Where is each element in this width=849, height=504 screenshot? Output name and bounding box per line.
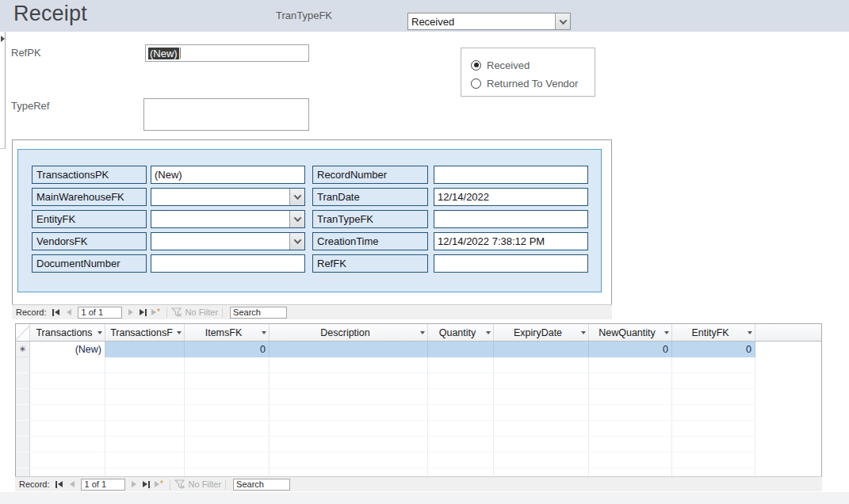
filter-arrow-icon — [177, 331, 182, 334]
new-record-selector[interactable]: ✳ — [16, 342, 30, 357]
chevron-down-icon — [293, 236, 301, 244]
separator — [222, 307, 223, 318]
new-record-button[interactable]: * — [150, 307, 163, 318]
last-record-button[interactable] — [140, 479, 153, 490]
field-entityfk[interactable] — [151, 210, 305, 228]
filter-funnel-icon — [174, 479, 185, 490]
record-label: Record: — [19, 479, 50, 489]
record-label: Record: — [16, 307, 47, 317]
datasheet-empty-row[interactable] — [16, 389, 821, 405]
datasheet-cell-entityfk[interactable]: 0 — [672, 342, 755, 357]
field-recordnumber[interactable] — [434, 166, 588, 184]
datasheet-new-record-row[interactable]: ✳(New)000 — [16, 342, 821, 357]
column-header-description[interactable]: Description — [270, 324, 428, 341]
datasheet-empty-row[interactable] — [16, 357, 821, 373]
datasheet-empty-row[interactable] — [16, 437, 821, 452]
row-selector[interactable] — [16, 357, 30, 373]
radio-button-icon[interactable] — [471, 78, 481, 89]
trantypefk-combobox[interactable]: Received — [407, 13, 571, 30]
datasheet-empty-row[interactable] — [16, 405, 821, 421]
new-record-star-icon: * — [160, 480, 163, 488]
dropdown-button[interactable] — [289, 189, 304, 205]
datasheet-cell-transactionsf[interactable] — [105, 342, 185, 357]
refpk-field[interactable]: (New) — [145, 44, 309, 62]
next-record-button[interactable] — [128, 479, 140, 490]
next-record-button[interactable] — [124, 307, 137, 318]
datasheet-cell-itemsfk[interactable]: 0 — [185, 342, 270, 357]
field-trandate[interactable]: 12/14/2022 — [434, 188, 588, 206]
previous-record-button[interactable] — [66, 479, 78, 490]
datasheet-empty-row[interactable] — [16, 452, 821, 468]
row-selector[interactable] — [16, 405, 30, 421]
column-header-entityfk[interactable]: EntityFK — [672, 324, 755, 341]
filter-arrow-icon — [664, 331, 669, 334]
field-value: (New) — [151, 169, 304, 181]
dropdown-button[interactable] — [289, 233, 304, 250]
datasheet-empty-row[interactable] — [16, 421, 821, 437]
select-all-corner[interactable] — [16, 324, 30, 341]
filter-arrow-icon — [262, 331, 266, 334]
dropdown-button[interactable] — [289, 211, 304, 227]
typeref-field[interactable] — [143, 98, 309, 131]
field-label-trantypefk: TranTypeFK — [312, 210, 428, 228]
datasheet-record-navigator: Record:1 of 1*No Filter — [15, 476, 822, 491]
field-mainwarehousefk[interactable] — [151, 188, 305, 206]
record-selector-strip[interactable] — [0, 32, 6, 149]
field-label-documentnumber: DocumentNumber — [32, 254, 147, 273]
field-creationtime[interactable]: 12/14/2022 7:38:12 PM — [434, 232, 588, 250]
separator — [166, 307, 167, 318]
no-filter-label: No Filter — [189, 479, 222, 489]
field-trantypefk[interactable] — [434, 210, 588, 228]
row-selector[interactable] — [16, 437, 30, 452]
filter-arrow-icon — [581, 331, 586, 334]
column-header-label: NewQuantity — [599, 327, 656, 338]
search-input[interactable] — [233, 479, 290, 491]
column-header-quantity[interactable]: Quantity — [428, 324, 494, 341]
row-selector[interactable] — [16, 421, 30, 437]
field-documentnumber[interactable] — [151, 254, 305, 273]
new-record-button[interactable]: * — [153, 479, 166, 490]
field-vendorsfk[interactable] — [151, 232, 305, 250]
page-title: Receipt — [13, 2, 87, 26]
first-record-button[interactable] — [50, 307, 63, 318]
column-header-transactions[interactable]: Transactions — [30, 324, 105, 341]
datasheet-empty-row[interactable] — [16, 373, 821, 389]
first-record-button[interactable] — [53, 479, 66, 490]
field-transactionspk[interactable]: (New) — [151, 166, 305, 184]
column-header-label: ExpiryDate — [514, 327, 562, 338]
filter-arrow-icon — [748, 331, 752, 334]
column-header-newquantity[interactable]: NewQuantity — [589, 324, 672, 341]
column-header-itemsfk[interactable]: ItemsFK — [185, 324, 270, 341]
datasheet-cell-quantity[interactable] — [428, 342, 494, 357]
datasheet-cell-expirydate[interactable] — [494, 342, 589, 357]
trantypefk-dropdown-button[interactable] — [555, 13, 570, 29]
text-caret — [180, 48, 181, 59]
trantypefk-header-label: TranTypeFK — [276, 10, 332, 21]
previous-record-button[interactable] — [63, 307, 75, 318]
row-selector[interactable] — [16, 452, 30, 468]
row-selector[interactable] — [16, 389, 30, 405]
radio-option-received[interactable]: Received — [471, 59, 530, 71]
column-header-transactionsf[interactable]: TransactionsF — [105, 324, 185, 341]
no-filter-button[interactable]: No Filter — [174, 479, 222, 490]
search-input[interactable] — [230, 307, 287, 319]
datasheet-cell-newquantity[interactable]: 0 — [589, 342, 672, 357]
transactions-detail-panel: TransactionsPK(New)MainWarehouseFKEntity… — [17, 149, 602, 292]
window-bottom-strip — [0, 492, 849, 504]
record-position-box[interactable]: 1 of 1 — [78, 307, 122, 319]
subform-record-navigator: Record:1 of 1*No Filter — [12, 304, 612, 319]
radio-button-icon[interactable] — [471, 60, 481, 71]
chevron-down-icon — [293, 214, 301, 222]
radio-option-returned-to-vendor[interactable]: Returned To Vendor — [471, 77, 578, 90]
last-record-button[interactable] — [137, 307, 150, 318]
datasheet-cell-description[interactable] — [270, 342, 428, 357]
datasheet-body[interactable] — [16, 357, 821, 477]
column-header-expirydate[interactable]: ExpiryDate — [494, 324, 589, 341]
row-selector[interactable] — [16, 373, 30, 389]
no-filter-button[interactable]: No Filter — [171, 307, 219, 318]
filter-arrow-icon — [98, 331, 102, 334]
record-position-box[interactable]: 1 of 1 — [81, 479, 125, 491]
field-reffk[interactable] — [434, 254, 588, 273]
refpk-label: RefPK — [11, 47, 41, 59]
datasheet-cell-transactions[interactable]: (New) — [30, 342, 105, 357]
